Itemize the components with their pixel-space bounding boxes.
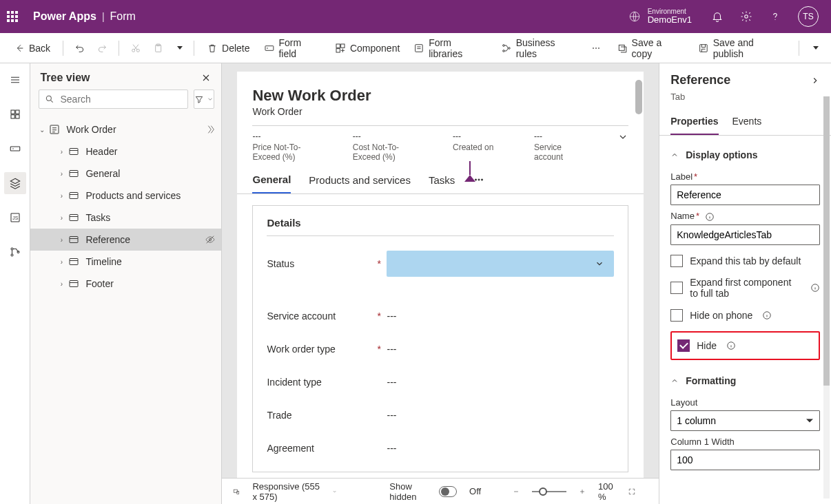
tree-item-footer[interactable]: ›Footer [30, 273, 221, 295]
checkbox-icon[interactable] [670, 309, 683, 322]
field-work-order-type[interactable]: Work order type*--- [267, 333, 614, 366]
status-dropdown[interactable] [387, 251, 614, 277]
header-expand[interactable] [617, 132, 628, 162]
field-agreement[interactable]: Agreement--- [267, 432, 614, 465]
checkbox-icon[interactable] [670, 255, 683, 267]
svg-point-41 [478, 179, 480, 180]
name-input[interactable] [670, 224, 820, 245]
save-publish-button[interactable]: Save and publish [692, 34, 792, 62]
save-copy-button[interactable]: Save a copy [611, 34, 690, 62]
layout-select[interactable]: 1 column [670, 410, 820, 431]
tree-item-products-and-services[interactable]: ›Products and services [30, 185, 221, 207]
form-libraries-button[interactable]: Form libraries [408, 34, 493, 62]
tab-events[interactable]: Events [732, 109, 762, 135]
gear-icon[interactable] [740, 10, 752, 23]
rail-rules[interactable] [4, 241, 26, 263]
rail-libraries[interactable]: JS [4, 207, 26, 229]
formatting-header[interactable]: Formatting [670, 370, 820, 392]
tab-properties[interactable]: Properties [670, 109, 718, 135]
scrollbar[interactable] [823, 96, 830, 498]
responsive-label[interactable]: Responsive (555 x 575) [252, 481, 320, 502]
svg-point-40 [475, 179, 477, 180]
checkbox-icon[interactable] [670, 282, 683, 294]
app-top-bar: Power Apps | Form Environment DemoEnv1 T… [0, 0, 831, 33]
close-icon[interactable] [201, 72, 212, 83]
help-icon[interactable] [769, 10, 781, 23]
rail-tree[interactable] [4, 172, 26, 194]
field-incident-type[interactable]: Incident type--- [267, 366, 614, 399]
info-icon[interactable] [726, 341, 736, 350]
hide-phone-check[interactable]: Hide on phone [670, 309, 820, 322]
chevron-right-icon[interactable] [810, 76, 820, 85]
back-button[interactable]: Back [8, 40, 56, 56]
chevron-icon[interactable]: › [55, 280, 68, 288]
header-field[interactable]: ---Cost Not-To-Exceed (%) [353, 132, 427, 162]
field-service-account[interactable]: Service account*--- [267, 300, 614, 333]
form-tab-tasks[interactable]: Tasks [429, 174, 455, 193]
tree-item-work-order[interactable]: ⌄Work Order [30, 118, 221, 140]
search-input[interactable] [59, 93, 182, 105]
info-icon[interactable] [762, 311, 772, 320]
save-split-button[interactable] [806, 43, 823, 52]
field-status[interactable]: Status* [267, 247, 614, 280]
bell-icon[interactable] [711, 10, 724, 23]
chevron-icon[interactable]: › [55, 170, 68, 178]
rail-hamburger[interactable] [4, 69, 26, 91]
svg-rect-8 [336, 44, 340, 48]
form-tab-general[interactable]: General [252, 174, 291, 193]
form-tab-products-and-services[interactable]: Products and services [309, 174, 411, 193]
filter-button[interactable] [194, 90, 214, 109]
field-value[interactable] [387, 251, 614, 277]
user-avatar[interactable]: TS [798, 6, 819, 27]
js-icon: JS [9, 211, 21, 224]
fit-icon[interactable] [628, 487, 635, 496]
undo-button[interactable] [70, 40, 90, 56]
chevron-icon[interactable]: › [55, 258, 68, 266]
chevron-icon[interactable]: › [55, 214, 68, 222]
field-trade[interactable]: Trade--- [267, 399, 614, 432]
show-hidden-toggle[interactable] [439, 486, 457, 497]
chevron-icon[interactable]: › [55, 236, 68, 244]
zoom-slider[interactable] [532, 491, 566, 492]
tree-item-header[interactable]: ›Header [30, 140, 221, 162]
switch-form-icon[interactable] [205, 124, 216, 135]
header-field[interactable]: ---Service account [534, 132, 591, 162]
delete-button[interactable]: Delete [201, 40, 255, 56]
info-icon[interactable] [705, 212, 715, 222]
header-field[interactable]: ---Price Not-To-Exceed (%) [252, 132, 326, 162]
chevron-down-icon[interactable] [332, 487, 337, 496]
rail-components[interactable] [4, 103, 26, 125]
zoom-in-icon[interactable] [579, 487, 586, 496]
environment-picker[interactable]: Environment DemoEnv1 [628, 8, 692, 25]
tree-item-timeline[interactable]: ›Timeline [30, 251, 221, 273]
tree-item-tasks[interactable]: ›Tasks [30, 207, 221, 229]
tree-search[interactable] [39, 90, 188, 109]
expand-first-check[interactable]: Expand first component to full tab [670, 277, 820, 300]
business-rules-button[interactable]: Business rules [495, 34, 584, 62]
layers-icon [9, 177, 21, 189]
hide-check[interactable]: Hide [670, 331, 820, 360]
tab-more[interactable] [473, 174, 485, 193]
col-width-input[interactable] [670, 450, 820, 470]
rail-formfields[interactable] [4, 138, 26, 160]
save-publish-icon [698, 43, 709, 54]
tree-item-reference[interactable]: ›Reference [30, 229, 221, 251]
component-button[interactable]: Component [329, 40, 405, 56]
header-field[interactable]: ---Created on [453, 132, 508, 162]
chevron-icon[interactable]: › [55, 148, 68, 156]
info-icon[interactable] [810, 283, 820, 293]
expand-default-check[interactable]: Expand this tab by default [670, 255, 820, 267]
chevron-icon[interactable]: › [55, 192, 68, 200]
paste-options[interactable] [170, 43, 187, 52]
tree-item-general[interactable]: ›General [30, 162, 221, 185]
svg-point-27 [11, 248, 13, 250]
scrollbar[interactable] [635, 80, 642, 114]
chevron-icon[interactable]: ⌄ [36, 126, 48, 134]
app-launcher-icon[interactable] [7, 11, 21, 22]
overflow-button[interactable] [586, 40, 606, 56]
form-field-button[interactable]: Form field [258, 34, 327, 62]
checkbox-icon[interactable] [677, 339, 690, 352]
display-options-header[interactable]: Display options [670, 144, 820, 166]
label-input[interactable] [670, 185, 820, 205]
zoom-out-icon[interactable] [513, 487, 520, 496]
